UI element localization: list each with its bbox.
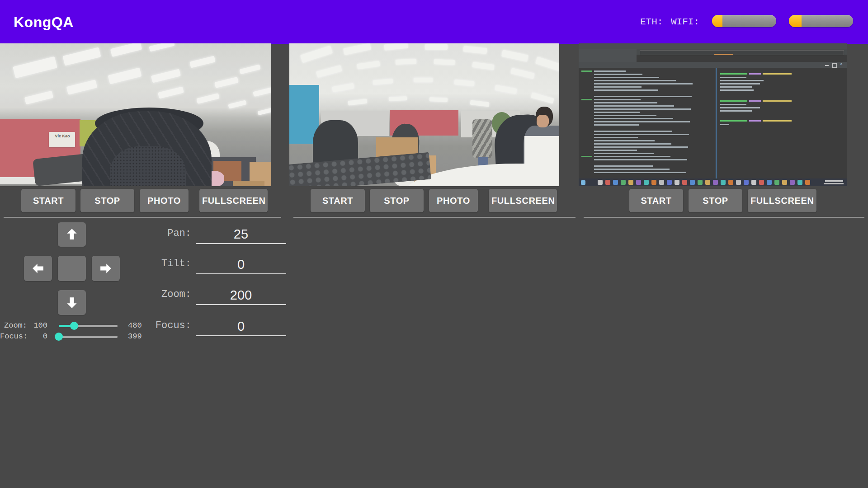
feed-art-shape xyxy=(797,180,802,185)
feed-art-shape xyxy=(628,180,633,185)
feed2-photo-button[interactable]: PHOTO xyxy=(429,189,478,212)
zoom-field-input[interactable] xyxy=(196,286,286,305)
feed3-fullscreen-button[interactable]: FULLSCREEN xyxy=(748,189,816,212)
feed-art-shape xyxy=(189,56,216,68)
feed-art-shape xyxy=(348,99,368,105)
feed-art-shape xyxy=(825,180,843,182)
feed-art-shape xyxy=(343,43,371,55)
feed-art-shape xyxy=(13,56,57,78)
zoom-field-label: Zoom: xyxy=(136,287,191,302)
feed-art-shape xyxy=(659,180,664,185)
feed-art-shape xyxy=(594,140,655,141)
feed-art-shape xyxy=(581,70,592,72)
zoom-slider-min: 100 xyxy=(28,320,47,331)
feed-art-shape xyxy=(782,180,787,185)
feed2-fullscreen-button[interactable]: FULLSCREEN xyxy=(489,189,557,212)
photo-sign-text: Vic Kao xyxy=(50,134,75,138)
feed2-stop-button[interactable]: STOP xyxy=(370,189,424,212)
feed1-stop-button[interactable]: STOP xyxy=(80,189,134,212)
feed-art-shape xyxy=(257,108,271,115)
pan-tilt-down-button[interactable] xyxy=(58,290,86,315)
feed-art-shape xyxy=(158,86,184,99)
up-arrow-icon xyxy=(65,227,79,242)
feed-art-shape xyxy=(720,110,752,112)
feed-art-shape: × xyxy=(839,62,844,66)
feed-art-shape xyxy=(594,146,688,148)
feed-art-shape xyxy=(728,180,733,185)
panel2-divider xyxy=(293,217,576,218)
feed-art-shape xyxy=(429,97,448,102)
wifi-status-bar xyxy=(789,15,853,27)
feed-art-shape xyxy=(720,77,746,78)
feed-art-shape xyxy=(594,80,676,81)
feed-art-shape xyxy=(736,180,741,185)
feed1-photo-button[interactable]: PHOTO xyxy=(140,189,189,212)
wifi-label: WIFI: xyxy=(671,0,699,44)
feed-art-shape xyxy=(581,180,585,185)
feed-art-shape xyxy=(682,180,687,185)
feed-art-shape xyxy=(720,83,760,84)
focus-slider-thumb[interactable] xyxy=(55,333,63,341)
focus-field-input[interactable] xyxy=(196,317,286,336)
feed-art-shape xyxy=(332,83,354,92)
kongqa-app: KongQA ETH: WIFI: Vic Kao × START STOP P… xyxy=(0,0,868,488)
feed3-start-button[interactable]: START xyxy=(629,189,683,212)
feed-art-shape xyxy=(581,156,592,157)
feed-art-shape xyxy=(594,102,657,103)
pan-tilt-up-button[interactable] xyxy=(58,222,86,247)
feed-art-shape xyxy=(744,180,749,185)
feed-art-shape xyxy=(698,180,703,185)
feed-art-shape xyxy=(357,61,380,70)
feed-art-shape xyxy=(825,65,829,66)
focus-slider[interactable] xyxy=(59,336,118,338)
feed-art-shape xyxy=(720,73,747,75)
app-title: KongQA xyxy=(14,14,74,30)
pan-tilt-right-button[interactable] xyxy=(92,256,120,281)
feed-art-shape xyxy=(763,100,792,102)
feed-art-shape xyxy=(579,49,637,62)
feed1-fullscreen-button[interactable]: FULLSCREEN xyxy=(199,189,268,212)
feed-art-shape xyxy=(434,59,455,65)
feed-art-shape xyxy=(63,47,101,66)
feed-art-shape xyxy=(749,73,761,75)
feed-art-shape xyxy=(510,68,535,79)
feed-art-shape xyxy=(414,78,433,82)
feed-art-shape xyxy=(594,105,674,107)
feed-art-shape xyxy=(495,85,517,94)
pan-tilt-left-button[interactable] xyxy=(24,256,52,281)
feed-art-shape xyxy=(594,153,654,154)
feed-art-shape xyxy=(594,74,642,75)
feed-art-shape xyxy=(594,77,659,78)
right-arrow-icon xyxy=(99,262,113,275)
feed-art-shape xyxy=(720,107,760,108)
zoom-slider-label: Zoom: xyxy=(0,320,27,331)
feed1-start-button[interactable]: START xyxy=(21,189,75,212)
feed-art-shape xyxy=(720,104,746,105)
tilt-field-input[interactable] xyxy=(196,255,286,274)
feed-art-shape xyxy=(790,180,795,185)
feed-art-shape xyxy=(214,77,239,88)
zoom-slider-thumb[interactable] xyxy=(70,322,78,330)
feed-art-shape xyxy=(759,180,764,185)
zoom-slider[interactable] xyxy=(59,325,118,327)
camera-feed-3-screen-capture: × xyxy=(579,43,847,186)
eth-status-fill xyxy=(712,15,722,27)
feed-art-shape xyxy=(66,80,97,94)
feed-art-shape xyxy=(720,120,747,122)
feed-art-shape xyxy=(389,96,407,101)
feed-art-shape xyxy=(644,180,649,185)
feed-art-shape xyxy=(472,62,494,70)
feed-art-shape xyxy=(675,180,679,185)
feed-art-shape xyxy=(316,65,342,78)
feed-art-shape xyxy=(805,180,810,185)
pan-field-input[interactable] xyxy=(196,225,286,244)
feed-art-shape xyxy=(594,115,656,116)
focus-field-label: Focus: xyxy=(136,319,191,333)
down-arrow-icon xyxy=(65,296,79,310)
feed-art-shape xyxy=(594,134,689,135)
feed2-start-button[interactable]: START xyxy=(311,189,365,212)
feed3-stop-button[interactable]: STOP xyxy=(689,189,742,212)
pan-tilt-home-button[interactable] xyxy=(58,256,86,281)
feed-art-shape xyxy=(149,43,175,52)
feed-art-shape xyxy=(713,180,718,185)
